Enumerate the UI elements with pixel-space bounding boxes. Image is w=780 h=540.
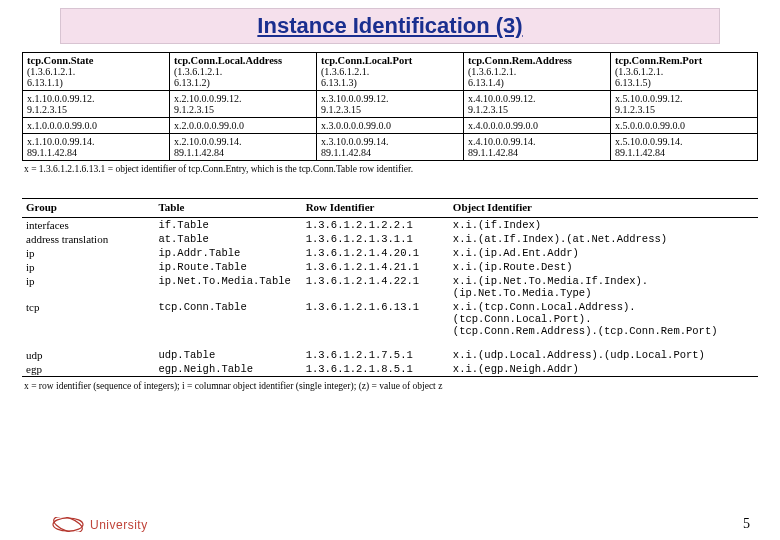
table-row: ip ip.Addr.Table 1.3.6.1.2.1.4.20.1 x.i.… <box>22 246 758 260</box>
table-row: ip ip.Net.To.Media.Table 1.3.6.1.2.1.4.2… <box>22 274 758 300</box>
content-area: tcp.Conn.State (1.3.6.1.2.1.6.13.1.1) tc… <box>0 44 780 391</box>
tcp-hdr-remaddr: tcp.Conn.Rem.Address (1.3.6.1.2.1.6.13.1… <box>464 53 611 91</box>
table-row: udp udp.Table 1.3.6.1.2.1.7.5.1 x.i.(udp… <box>22 348 758 362</box>
tcp-hdr-remport: tcp.Conn.Rem.Port (1.3.6.1.2.1.6.13.1.5) <box>611 53 758 91</box>
tcp-hdr-localaddr: tcp.Conn.Local.Address (1.3.6.1.2.1.6.13… <box>170 53 317 91</box>
logo-icon <box>52 517 84 532</box>
university-label: University <box>90 518 148 532</box>
table-row: address translation at.Table 1.3.6.1.2.1… <box>22 232 758 246</box>
table-row: egp egp.Neigh.Table 1.3.6.1.2.1.8.5.1 x.… <box>22 362 758 377</box>
gap-row <box>22 338 758 348</box>
table-row: x.1.10.0.0.99.12.9.1.2.3.15 x.2.10.0.0.9… <box>23 91 758 118</box>
group-footnote: x = row identifier (sequence of integers… <box>24 381 758 391</box>
tcp-conn-table: tcp.Conn.State (1.3.6.1.2.1.6.13.1.1) tc… <box>22 52 758 161</box>
page-title: Instance Identification (3) <box>257 13 522 38</box>
svg-point-0 <box>53 518 83 531</box>
gt-hdr-table: Table <box>154 199 301 218</box>
tcp-hdr-state: tcp.Conn.State (1.3.6.1.2.1.6.13.1.1) <box>23 53 170 91</box>
tcp-header-row: tcp.Conn.State (1.3.6.1.2.1.6.13.1.1) tc… <box>23 53 758 91</box>
gt-hdr-objid: Object Identifier <box>449 199 758 218</box>
table-row: x.1.10.0.0.99.14.89.1.1.42.84 x.2.10.0.0… <box>23 134 758 161</box>
gt-hdr-rowid: Row Identifier <box>302 199 449 218</box>
svg-point-1 <box>52 517 84 532</box>
group-table: Group Table Row Identifier Object Identi… <box>22 198 758 377</box>
table-row: x.1.0.0.0.0.99.0.0 x.2.0.0.0.0.99.0.0 x.… <box>23 118 758 134</box>
page-number: 5 <box>743 516 750 532</box>
title-bar: Instance Identification (3) <box>60 8 720 44</box>
table-row: tcp tcp.Conn.Table 1.3.6.1.2.1.6.13.1 x.… <box>22 300 758 338</box>
table-row: ip ip.Route.Table 1.3.6.1.2.1.4.21.1 x.i… <box>22 260 758 274</box>
gt-hdr-group: Group <box>22 199 154 218</box>
tcp-footnote: x = 1.3.6.1.2.1.6.13.1 = object identifi… <box>24 164 758 174</box>
gt-header-row: Group Table Row Identifier Object Identi… <box>22 199 758 218</box>
table-row: interfaces if.Table 1.3.6.1.2.1.2.2.1 x.… <box>22 218 758 233</box>
tcp-hdr-localport: tcp.Conn.Local.Port (1.3.6.1.2.1.6.13.1.… <box>317 53 464 91</box>
